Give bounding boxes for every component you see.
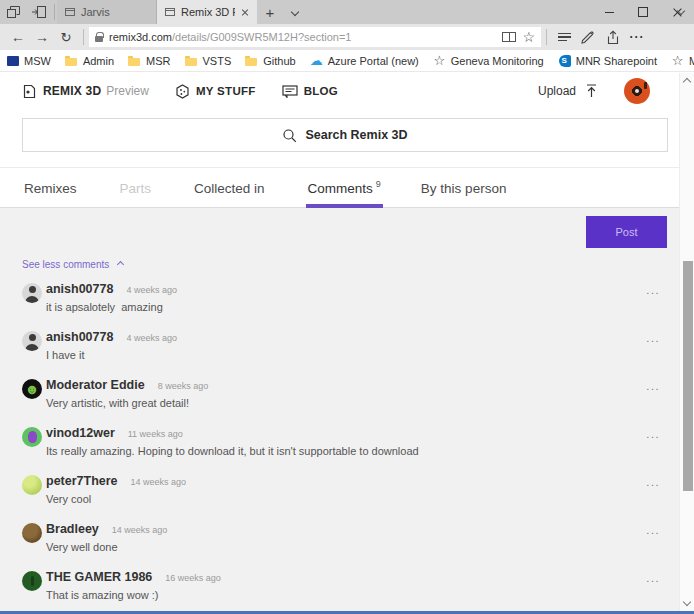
commenter-avatar[interactable] [22, 475, 42, 495]
more-actions-icon[interactable] [624, 30, 650, 44]
comment-username[interactable]: Bradleey [46, 522, 99, 536]
favorite-label: MNR Sharepoint [576, 55, 657, 67]
commenter-avatar[interactable] [22, 571, 42, 591]
comment-timestamp: 14 weeks ago [131, 477, 187, 487]
tab-list-chevron-icon[interactable] [283, 0, 307, 24]
browser-window: Jarvis Remix 3D Preview remix3d.com/deta… [0, 0, 694, 614]
see-less-comments-link[interactable]: See less comments [0, 248, 694, 272]
comment-timestamp: 11 weeks ago [128, 429, 183, 439]
url-text: remix3d.com/details/G009SWR5M12H?section… [109, 31, 496, 43]
section-tab[interactable]: By this person [419, 179, 512, 209]
favorite-item[interactable]: VSTS [185, 55, 232, 67]
commenter-avatar[interactable] [22, 331, 42, 351]
favorite-item[interactable]: MNR Sharepoint [558, 55, 657, 67]
favorite-icon [558, 55, 571, 67]
favorite-label: MSW [24, 55, 51, 67]
scroll-up-icon[interactable] [683, 78, 691, 86]
comment-username[interactable]: Moderator Eddie [46, 378, 145, 392]
favorite-icon [310, 55, 323, 67]
favorite-icon [671, 55, 684, 67]
section-tab[interactable]: Parts [118, 179, 157, 209]
section-tab-badge: 9 [376, 179, 381, 189]
favorite-star-icon[interactable] [522, 28, 535, 46]
search-placeholder: Search Remix 3D [305, 128, 407, 142]
favorite-item[interactable]: Github [245, 55, 295, 67]
nav-label: MY STUFF [196, 85, 256, 97]
browser-tab-bar: Jarvis Remix 3D Preview [0, 0, 694, 24]
section-tab-label: By this person [421, 180, 507, 195]
comment-timestamp: 4 weeks ago [126, 333, 177, 343]
favorite-label: Merlin [689, 55, 694, 67]
new-tab-button[interactable] [257, 0, 283, 24]
address-input[interactable]: remix3d.com/details/G009SWR5M12H?section… [89, 27, 541, 47]
share-icon[interactable] [600, 30, 624, 45]
set-tabs-aside-icon[interactable] [26, 0, 52, 24]
comment-row: Moderator Eddie 8 weeks ago Very artisti… [0, 368, 694, 416]
commenter-avatar[interactable] [22, 427, 42, 447]
chevron-up-icon [117, 261, 124, 268]
nav-blog[interactable]: BLOG [282, 85, 338, 98]
section-tab-label: Collected in [194, 180, 265, 195]
favorite-item[interactable]: MSW [6, 55, 51, 67]
comment-text: Its really amazing. Hoping to download i… [46, 445, 634, 457]
maximize-button[interactable] [626, 0, 660, 24]
tab-preview-icon[interactable] [0, 0, 26, 24]
upload-button[interactable]: Upload [538, 84, 598, 98]
web-note-icon[interactable] [576, 30, 600, 44]
remix-3d-logo[interactable]: REMIX 3D Preview [22, 84, 149, 99]
forward-icon[interactable] [30, 30, 54, 44]
comment-username[interactable]: anish00778 [46, 330, 113, 344]
commenter-avatar[interactable] [22, 523, 42, 543]
favorite-item[interactable]: Merlin [671, 55, 694, 67]
commenter-avatar[interactable] [22, 379, 42, 399]
section-tab[interactable]: Comments9 [306, 179, 383, 209]
minimize-button[interactable] [592, 0, 626, 24]
comment-more-icon[interactable] [646, 380, 660, 392]
comment-username[interactable]: anish00778 [46, 282, 113, 296]
comment-row: vinod12wer 11 weeks ago Its really amazi… [0, 416, 694, 464]
comment-more-icon[interactable] [646, 284, 660, 296]
hub-icon[interactable] [552, 33, 576, 42]
section-tab[interactable]: Remixes [22, 179, 82, 209]
comment-more-icon[interactable] [646, 332, 660, 344]
comment-timestamp: 14 weeks ago [112, 525, 168, 535]
comment-more-icon[interactable] [646, 476, 660, 488]
page-scrollbar[interactable] [679, 73, 694, 611]
comment-username[interactable]: peter7There [46, 474, 118, 488]
section-tab[interactable]: Collected in [192, 179, 270, 209]
comment-timestamp: 16 weeks ago [165, 573, 221, 583]
favorite-item[interactable]: Admin [65, 55, 114, 67]
nav-my-stuff[interactable]: MY STUFF [175, 84, 256, 99]
comment-text: That is amazing wow :) [46, 589, 634, 601]
browser-tab-jarvis[interactable]: Jarvis [57, 0, 157, 24]
comment-row: Bradleey 14 weeks ago Very well done [0, 512, 694, 560]
nav-label: BLOG [304, 85, 338, 97]
close-tab-icon[interactable] [241, 8, 249, 16]
reading-view-icon[interactable] [502, 32, 516, 42]
scroll-down-icon[interactable] [683, 598, 691, 606]
browser-tab-remix-3d-preview[interactable]: Remix 3D Preview [157, 0, 257, 24]
search-input[interactable]: Search Remix 3D [22, 118, 668, 152]
post-button[interactable]: Post [586, 216, 667, 248]
back-icon[interactable] [6, 30, 30, 44]
favorite-item[interactable]: Azure Portal (new) [310, 55, 419, 67]
section-tab-label: Remixes [24, 180, 77, 195]
favorite-label: Geneva Monitoring [451, 55, 544, 67]
favorite-item[interactable]: Geneva Monitoring [433, 55, 544, 67]
address-bar-row: remix3d.com/details/G009SWR5M12H?section… [0, 24, 694, 50]
refresh-icon[interactable] [54, 30, 78, 44]
comment-more-icon[interactable] [646, 572, 660, 584]
comment-more-icon[interactable] [646, 524, 660, 536]
comment-more-icon[interactable] [646, 428, 660, 440]
comment-text: Very well done [46, 541, 634, 553]
user-avatar[interactable] [624, 78, 650, 104]
comment-username[interactable]: THE GAMER 1986 [46, 570, 152, 584]
commenter-avatar[interactable] [22, 283, 42, 303]
scrollbar-thumb[interactable] [683, 261, 693, 491]
comment-username[interactable]: vinod12wer [46, 426, 115, 440]
comment-row: anish00778 4 weeks ago it is apsalotely … [0, 272, 694, 320]
comment-list: anish00778 4 weeks ago it is apsalotely … [0, 272, 694, 608]
favorite-icon [128, 55, 141, 67]
see-less-comments-label: See less comments [22, 259, 109, 270]
favorite-item[interactable]: MSR [128, 55, 170, 67]
